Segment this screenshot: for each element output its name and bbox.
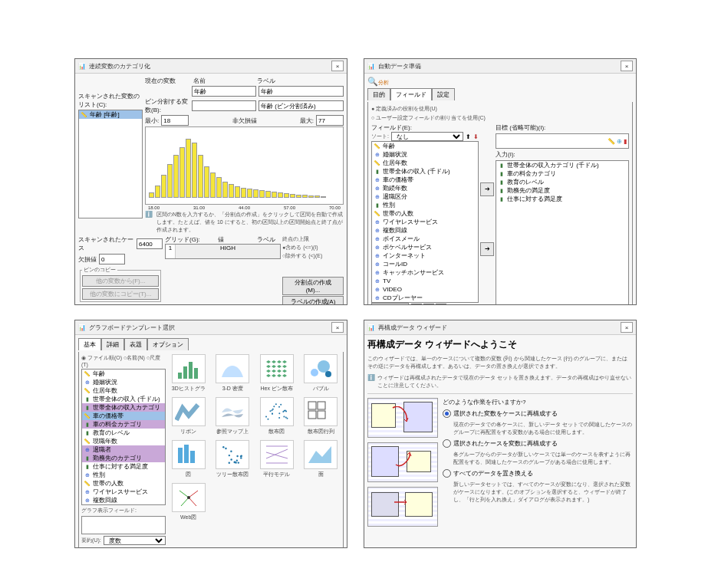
list-item[interactable]: 📏現職年数 [82,437,165,445]
list-item[interactable]: ▮世帯全体の収入 (千ドル) [372,167,478,176]
tab-title[interactable]: 表題 [124,338,147,350]
list-item[interactable]: 📏世帯の人数 [372,209,478,218]
list-item[interactable]: ▮車の料金カテゴリ [496,169,628,178]
list-item[interactable]: 📏車の価格帯 [82,412,165,420]
tab-fields[interactable]: フィールド [390,88,432,100]
list-item-label: ワイヤレスサービス [383,218,438,226]
template-thumb[interactable]: 平行モデル [257,440,297,478]
make-cutpoints-button[interactable]: 分割点の作成(M)... [282,277,344,295]
list-item[interactable]: ⊕ポケベルサービス [372,243,478,251]
list-item[interactable]: 📏年齢 [82,370,165,378]
template-thumb[interactable]: Hex ビン散布図 [257,354,297,393]
template-thumb[interactable]: バブル [301,354,341,393]
template-thumb[interactable]: 面 [301,440,341,478]
list-item[interactable]: ▮教育のレベル [496,178,628,186]
template-thumb[interactable]: 図 [169,440,209,478]
sort-desc-icon[interactable]: ⬇ [473,133,479,140]
list-item[interactable]: ⊕TV [372,277,478,285]
move-to-target-button[interactable]: ➔ [480,182,494,196]
list-item[interactable]: 📏住居年数 [372,159,478,167]
scanned-vars-list[interactable]: 📏 年齢 [年齢] [78,110,143,218]
include-radio[interactable]: ●含める (<=)(I) [282,244,344,251]
template-thumb[interactable]: 散布図行列 (SPLOM) [301,397,341,435]
use-custom-radio[interactable]: ○ ユーザー設定フィールドの割り当てを使用(C) [371,114,629,122]
summary-select[interactable]: 度数 [104,536,166,545]
make-labels-button[interactable]: ラベルの作成(A) [282,296,344,304]
list-item[interactable]: ▮教育のレベル [82,429,165,437]
list-item[interactable]: ⊕複数回線 [82,496,165,504]
exclude-radio[interactable]: ○除外する (<)(E) [282,252,344,260]
copy-to-button[interactable]: 他の変数にコピー(T)... [82,288,159,300]
list-item[interactable]: ⊕VIDEO [372,285,478,294]
template-thumb[interactable]: 参照マップ上の座標 [213,397,253,435]
copy-from-button[interactable]: 他の変数から(F)... [82,275,159,287]
tab-detail[interactable]: 詳細 [101,338,124,350]
list-item[interactable]: ▮車の料金カテゴリ [82,420,165,429]
list-item[interactable]: ⊕コールID [372,260,478,268]
cutpoint-grid[interactable]: 1 HIGH [165,244,281,259]
template-thumb[interactable]: ツリー散布図 [213,440,253,478]
list-item[interactable]: ⊕婚姻状況 [372,150,478,159]
select-all-button[interactable]: すべて(A) [371,303,409,304]
template-thumb[interactable]: 散布図 [257,397,297,435]
list-item[interactable]: 📏住居年数 [82,386,165,395]
bin-var-name[interactable] [192,100,256,111]
opt-cases-to-vars[interactable]: 選択されたケースを変数に再構成する [443,439,633,448]
viz-fields-list[interactable] [81,516,166,534]
template-gallery[interactable]: 3Dヒストグラム3-D 密度Hex ビン散布図バブルリボン参照マップ上の座標散布… [169,354,341,521]
list-item[interactable]: ▮世帯全体の収入 (千ドル) [82,395,165,403]
tab-settings[interactable]: 設定 [432,88,455,100]
close-button[interactable]: × [621,322,633,333]
inputs-list[interactable]: ▮世帯全体の収入カテゴリ (千ドル)▮車の料金カテゴリ▮教育のレベル▮勤務先の満… [496,160,629,304]
bin-var-label-field[interactable] [259,100,344,111]
close-button[interactable]: × [331,322,344,333]
template-thumb[interactable]: 3-D 密度 [213,354,253,393]
list-item[interactable]: ▮勤務先の満足度 [496,186,628,195]
sort-radio-group[interactable]: ◉ ファイル順(O) ○名前(N) ○尺度(T) [81,354,166,367]
sort-select[interactable]: なし [391,132,463,141]
list-item[interactable]: ⊕性別 [82,471,165,479]
tab-basic[interactable]: 基本 [78,338,101,350]
list-item[interactable]: ⊕ワイヤレスサービス [372,218,478,226]
ord-filter-icon[interactable] [436,304,446,305]
tab-objective[interactable]: 目的 [367,88,390,100]
list-item[interactable]: ▮世帯全体の収入カテゴリ [82,403,165,412]
nom-icon: ⊕ [374,286,380,293]
targets-list[interactable]: 📏 ⊕ ▮ [496,133,629,149]
list-item[interactable]: ⊕車の価格帯 [372,176,478,184]
nom-filter-icon[interactable] [423,304,434,305]
template-thumb[interactable]: 3Dヒストグラム [169,354,209,393]
sort-asc-icon[interactable]: ⬆ [466,133,471,140]
template-preview [260,354,294,383]
list-item[interactable]: ⊕CDプレーヤー [372,294,478,302]
list-item[interactable]: ▮世帯全体の収入カテゴリ (千ドル) [496,161,628,169]
template-thumb[interactable]: Web図 [169,483,209,521]
tab-options[interactable]: オプション [147,338,189,350]
list-item[interactable]: ▮仕事に対する満足度 [496,195,628,203]
list-item[interactable]: ⊕退職者 [82,445,165,454]
list-item[interactable]: ▮性別 [372,201,478,209]
list-item[interactable]: 📏年齢 [372,142,478,150]
move-to-input-button[interactable]: ➔ [480,242,494,256]
scale-filter-icon[interactable] [411,304,422,305]
opt-transpose[interactable]: すべてのデータを置き換える [443,469,633,478]
list-item[interactable]: ⊕婚姻状況 [82,378,165,386]
list-item[interactable]: ⊕ボイスメール [372,235,478,243]
list-item[interactable]: ⊕勤続年数 [372,184,478,192]
use-defined-radio[interactable]: ● 定義済みの役割を使用(U) [371,105,629,113]
vars-list[interactable]: 📏年齢⊕婚姻状況📏住居年数▮世帯全体の収入 (千ドル)▮世帯全体の収入カテゴリ📏… [81,369,166,505]
list-item[interactable]: ▮勤務先のカテゴリ [82,454,165,462]
nom-icon: ⊕ [374,261,380,268]
list-item[interactable]: ⊕退職区分 [372,192,478,201]
list-item[interactable]: ⊕インターネット [372,251,478,260]
list-item[interactable]: ⊕複数回線 [372,226,478,235]
close-button[interactable]: × [621,61,633,71]
close-button[interactable]: × [331,61,344,71]
list-item[interactable]: ⊕キャッチホンサービス [372,268,478,277]
fields-list[interactable]: 📏年齢⊕婚姻状況📏住居年数▮世帯全体の収入 (千ドル)⊕車の価格帯⊕勤続年数⊕退… [371,141,479,303]
list-item[interactable]: 📏世帯の人数 [82,479,165,488]
list-item[interactable]: ⊕ワイヤレスサービス [82,488,165,496]
template-thumb[interactable]: リボン [169,397,209,435]
list-item[interactable]: ▮仕事に対する満足度 [82,462,165,471]
opt-vars-to-cases[interactable]: 選択された変数をケースに再構成する [443,409,633,418]
